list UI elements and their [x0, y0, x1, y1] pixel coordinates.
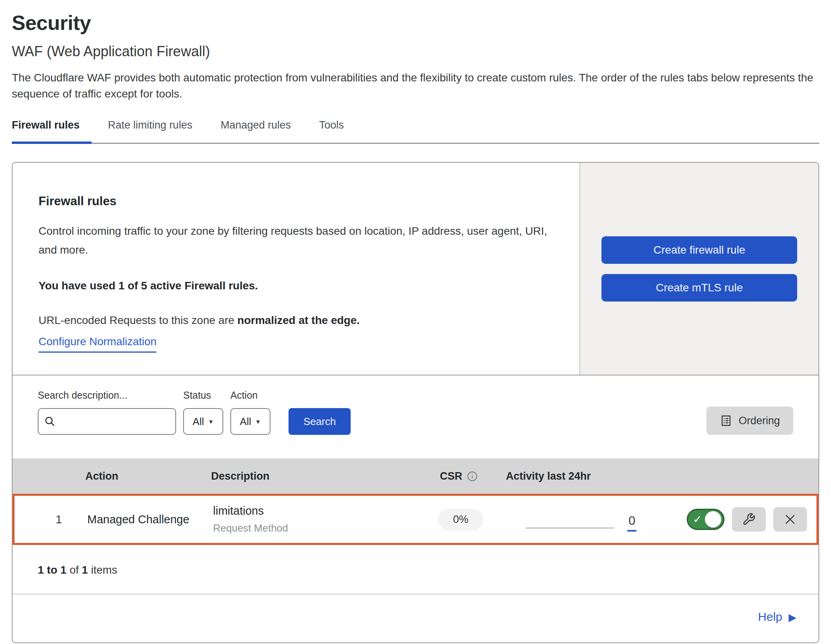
card-description: Control incoming traffic to your zone by… [39, 222, 556, 259]
firewall-rules-info: Firewall rules Control incoming traffic … [13, 163, 579, 375]
header-activity: Activity last 24hr [506, 470, 685, 482]
rule-description: limitations [213, 504, 414, 517]
pagination-summary: 1 to 1 of 1 items [13, 545, 818, 594]
wrench-icon [742, 513, 756, 526]
activity-count-link[interactable]: 0 [627, 514, 636, 532]
search-box [38, 408, 176, 435]
normalization-text: URL-encoded Requests to this zone are [39, 314, 234, 326]
action-select[interactable]: All ▼ [230, 408, 270, 435]
table-row[interactable]: 1 Managed Challenge limitations Request … [13, 494, 818, 545]
close-icon [783, 513, 797, 526]
rule-priority: 1 [15, 513, 75, 526]
waf-tabs: Firewall rules Rate limiting rules Manag… [12, 119, 819, 144]
chevron-down-icon: ▼ [208, 419, 214, 425]
csr-label: CSR [440, 470, 462, 482]
rule-controls: ✓ [687, 507, 816, 532]
tab-tools[interactable]: Tools [319, 119, 356, 143]
header-action: Action [74, 470, 203, 482]
rule-description-cell: limitations Request Method [205, 504, 414, 534]
search-icon [44, 416, 56, 427]
rule-enabled-toggle[interactable]: ✓ [687, 509, 724, 530]
pagination-items: items [91, 564, 117, 576]
filter-bar: Search description... Status All ▼ [13, 375, 818, 458]
pagination-range: 1 to 1 [38, 564, 66, 576]
security-page: Security WAF (Web Application Firewall) … [0, 11, 831, 643]
search-button[interactable]: Search [289, 408, 351, 435]
search-label: Search description... [38, 390, 176, 401]
pagination-total: 1 [82, 564, 88, 576]
ordering-list-icon [720, 414, 732, 427]
search-filter-group: Search description... [38, 390, 176, 435]
firewall-rules-summary: Firewall rules Control incoming traffic … [13, 163, 818, 375]
status-filter-group: Status All ▼ [183, 390, 223, 435]
rule-action: Managed Challenge [75, 513, 205, 526]
card-actions-panel: Create firewall rule Create mTLS rule [579, 163, 818, 375]
tab-managed-rules[interactable]: Managed rules [221, 119, 303, 143]
header-description: Description [203, 470, 412, 482]
info-icon[interactable] [467, 471, 478, 482]
check-icon: ✓ [693, 513, 702, 526]
help-label: Help [758, 610, 782, 624]
search-description-input[interactable] [61, 416, 170, 428]
status-label: Status [183, 390, 223, 401]
toggle-knob [705, 511, 721, 528]
tab-rate-limiting-rules[interactable]: Rate limiting rules [108, 119, 204, 143]
rule-activity-cell: 0 [508, 511, 687, 528]
help-link[interactable]: Help ▶ [758, 610, 796, 624]
ordering-button[interactable]: Ordering [706, 407, 793, 435]
usage-summary: You have used 1 of 5 active Firewall rul… [39, 280, 556, 292]
activity-sparkline [526, 528, 614, 528]
pagination-of: of [70, 564, 79, 576]
status-select[interactable]: All ▼ [183, 408, 223, 435]
ordering-button-label: Ordering [739, 415, 780, 427]
header-csr: CSR [412, 470, 506, 482]
rule-expression: Request Method [213, 522, 414, 534]
help-row: Help ▶ [13, 594, 818, 642]
status-select-value: All [193, 416, 204, 428]
action-select-value: All [240, 416, 251, 428]
action-label: Action [230, 390, 270, 401]
action-filter-group: Action All ▼ [230, 390, 270, 435]
edit-rule-button[interactable] [732, 507, 766, 532]
page-description: The Cloudflare WAF provides both automat… [12, 70, 819, 102]
csr-badge: 0% [438, 509, 483, 530]
table-header-row: Action Description CSR Activity last 24h… [13, 458, 818, 494]
card-heading: Firewall rules [39, 194, 556, 208]
firewall-rules-table: Action Description CSR Activity last 24h… [13, 458, 818, 594]
create-mtls-rule-button[interactable]: Create mTLS rule [601, 274, 797, 302]
rule-csr-cell: 0% [414, 509, 508, 530]
page-title: Security [12, 11, 819, 35]
configure-normalization-link[interactable]: Configure Normalization [39, 335, 156, 353]
normalization-note: URL-encoded Requests to this zone are no… [39, 314, 556, 327]
caret-right-icon: ▶ [789, 612, 796, 622]
firewall-rules-card: Firewall rules Control incoming traffic … [12, 162, 819, 643]
delete-rule-button[interactable] [773, 507, 807, 532]
page-subtitle: WAF (Web Application Firewall) [12, 43, 819, 60]
normalization-bold: normalized at the edge. [237, 314, 360, 326]
create-firewall-rule-button[interactable]: Create firewall rule [601, 236, 797, 264]
chevron-down-icon: ▼ [255, 419, 261, 425]
tab-firewall-rules[interactable]: Firewall rules [12, 119, 92, 144]
